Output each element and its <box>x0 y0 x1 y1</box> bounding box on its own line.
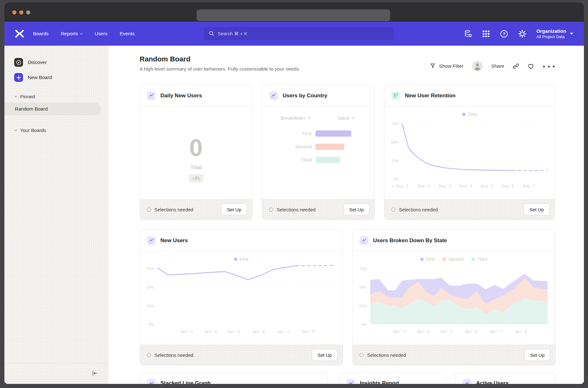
caret-down-icon <box>308 117 310 119</box>
retention-chart: 75%50%25%0%< Day 1Day 2Day 3Day 4Day 5Da… <box>384 107 555 199</box>
svg-text:Apr 6: Apr 6 <box>465 329 477 334</box>
set-up-button[interactable]: Set Up <box>312 349 337 361</box>
card-title: New User Retention <box>405 93 456 99</box>
favorite-heart-icon[interactable] <box>527 63 534 70</box>
line-chart-icon <box>360 236 368 245</box>
sidebar-section-your-boards[interactable]: Your Boards <box>4 126 108 134</box>
status-circle-icon <box>391 208 395 212</box>
share-button[interactable]: Share <box>491 63 504 69</box>
help-icon[interactable]: ? <box>500 30 508 38</box>
card-daily-new-users[interactable]: Daily New Users 0 Total ↑0% Selections n… <box>140 84 252 220</box>
page-title: Random Board <box>140 55 300 63</box>
svg-text:Day 4: Day 4 <box>460 184 472 188</box>
sidebar-section-pinned[interactable]: Pinned <box>4 93 108 100</box>
browser-window: Boards Reports Users Events Search ⌘ + K <box>4 3 584 384</box>
minimize-window-button[interactable] <box>19 10 23 14</box>
sidebar-item-new-board[interactable]: New Board <box>4 70 108 85</box>
sidebar-collapse-button[interactable] <box>91 370 98 378</box>
card-new-user-retention[interactable]: New User Retention First 75%50%25%0%< Da… <box>384 84 555 220</box>
sidebar-item-random-board[interactable]: Random Board <box>4 103 101 115</box>
card-users-by-state[interactable]: Users Broken Down By State FirstSecondTh… <box>352 229 556 365</box>
nav-item-reports[interactable]: Reports <box>61 31 82 37</box>
caret-down-icon <box>570 33 573 35</box>
settings-gear-icon[interactable] <box>518 30 527 38</box>
nav-item-events[interactable]: Events <box>120 31 135 37</box>
chevron-down-icon <box>14 128 17 131</box>
data-management-icon[interactable] <box>464 30 472 38</box>
value-dropdown[interactable]: Value <box>337 115 355 121</box>
caret-down-icon <box>352 117 355 119</box>
svg-text:0%: 0% <box>361 322 366 327</box>
status-circle-icon <box>147 353 151 357</box>
search-placeholder: Search ⌘ + K <box>218 31 247 37</box>
status-text: Selections needed <box>154 352 193 358</box>
org-switcher[interactable]: Organization All Project Data <box>536 28 573 40</box>
svg-text:0%: 0% <box>393 177 398 181</box>
card-title: Users Broken Down By State <box>373 237 447 244</box>
show-filter-button[interactable]: Show Filter <box>430 63 464 70</box>
apps-grid-icon[interactable] <box>482 30 490 38</box>
svg-text:Apr 5: Apr 5 <box>441 329 453 334</box>
line-chart-icon <box>147 379 156 384</box>
svg-text:Day 5: Day 5 <box>481 184 493 188</box>
svg-text:< Day 1: < Day 1 <box>391 184 409 188</box>
board-owner-avatar[interactable] <box>472 61 483 71</box>
svg-text:Apr 7: Apr 7 <box>277 329 290 334</box>
nav-right-icons: ? Organization All Project Data <box>464 22 573 46</box>
retention-grid-icon <box>391 91 400 100</box>
svg-text:75%: 75% <box>147 266 154 271</box>
line-chart-icon <box>147 236 156 245</box>
url-bar[interactable] <box>197 9 390 21</box>
set-up-button[interactable]: Set Up <box>524 203 550 215</box>
stacked-area-chart: 75%50%25%0%Apr 3Apr 4Apr 5Apr 6Apr 7Apr … <box>353 252 555 345</box>
card-active-users[interactable]: Active Users <box>455 372 556 384</box>
line-chart-icon <box>463 379 471 384</box>
board-main: Random Board A high-level summary of use… <box>108 46 584 384</box>
copy-link-icon[interactable] <box>513 63 519 69</box>
card-users-by-country[interactable]: Users by Country Breakdown Value FirstSe… <box>262 84 375 220</box>
svg-text:Apr 8: Apr 8 <box>515 329 527 334</box>
search-input[interactable]: Search ⌘ + K <box>204 27 394 40</box>
sidebar-item-label: Discover <box>28 60 47 65</box>
status-circle-icon <box>269 208 273 212</box>
country-bar-row: Second <box>262 144 374 150</box>
nav-item-boards[interactable]: Boards <box>33 31 49 37</box>
chevron-down-icon <box>14 94 17 97</box>
card-insights-report[interactable]: Insights Report <box>339 372 447 384</box>
svg-text:75%: 75% <box>359 266 367 271</box>
svg-text:0%: 0% <box>149 322 154 327</box>
more-options-icon[interactable]: ● ● ● <box>543 64 556 69</box>
country-bar-list: FirstSecondThird <box>262 130 374 163</box>
line-chart-icon <box>346 379 355 384</box>
country-bar-row: First <box>262 130 374 137</box>
sidebar-footer <box>4 363 108 384</box>
line-chart-icon <box>269 91 278 100</box>
line-chart-icon <box>147 91 156 100</box>
fullscreen-window-button[interactable] <box>26 10 30 14</box>
svg-text:Day 3: Day 3 <box>439 184 451 188</box>
svg-text:25%: 25% <box>391 158 399 163</box>
new-users-chart: 75%50%25%0%Apr 3Apr 4Apr 5Apr 6Apr 7Apr … <box>140 252 343 345</box>
metric-delta-badge: ↑0% <box>189 174 203 182</box>
status-text: Selections needed <box>367 352 406 358</box>
traffic-lights <box>12 10 30 14</box>
close-window-button[interactable] <box>12 10 16 14</box>
set-up-button[interactable]: Set Up <box>343 203 369 215</box>
mixpanel-logo-icon[interactable] <box>15 30 24 38</box>
nav-item-users[interactable]: Users <box>95 31 107 37</box>
sidebar: Discover New Board Pinned Random Board Y… <box>4 46 108 384</box>
metric-label: Total <box>140 164 252 171</box>
breakdown-dropdown[interactable]: Breakdown <box>280 115 310 121</box>
sidebar-item-discover[interactable]: Discover <box>4 55 108 70</box>
svg-text:75%: 75% <box>391 122 399 126</box>
svg-text:Apr 5: Apr 5 <box>228 329 240 334</box>
search-icon <box>209 31 214 37</box>
svg-text:50%: 50% <box>359 285 367 290</box>
set-up-button[interactable]: Set Up <box>221 203 247 215</box>
card-stacked-line-graph[interactable]: Stacked Line Graph <box>140 372 328 384</box>
card-new-users[interactable]: New Users First 75%50%25%0%Apr 3Apr 4Apr… <box>140 229 343 365</box>
set-up-button[interactable]: Set Up <box>524 349 550 361</box>
svg-text:Apr 3: Apr 3 <box>181 329 193 334</box>
plus-icon <box>14 73 23 82</box>
svg-text:25%: 25% <box>359 304 367 308</box>
